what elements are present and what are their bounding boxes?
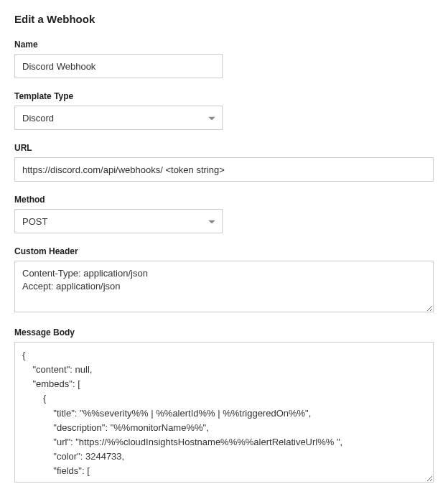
field-method: Method POST — [14, 195, 434, 233]
message-body-label: Message Body — [14, 327, 434, 337]
field-custom-header: Custom Header — [14, 246, 434, 315]
template-type-label: Template Type — [14, 91, 434, 101]
field-template-type: Template Type Discord — [14, 91, 434, 130]
name-label: Name — [14, 39, 434, 50]
method-select[interactable]: POST — [14, 209, 223, 233]
custom-header-textarea[interactable] — [14, 261, 434, 312]
field-name: Name — [14, 39, 434, 78]
name-input[interactable] — [14, 54, 223, 78]
url-label: URL — [14, 143, 434, 153]
field-message-body: Message Body — [14, 327, 434, 483]
template-type-select[interactable]: Discord — [14, 106, 223, 130]
url-input[interactable] — [14, 157, 434, 182]
field-url: URL — [14, 143, 434, 182]
method-label: Method — [14, 195, 434, 205]
page-title: Edit a Webhook — [14, 13, 434, 25]
message-body-textarea[interactable] — [15, 343, 433, 482]
custom-header-label: Custom Header — [14, 246, 434, 256]
